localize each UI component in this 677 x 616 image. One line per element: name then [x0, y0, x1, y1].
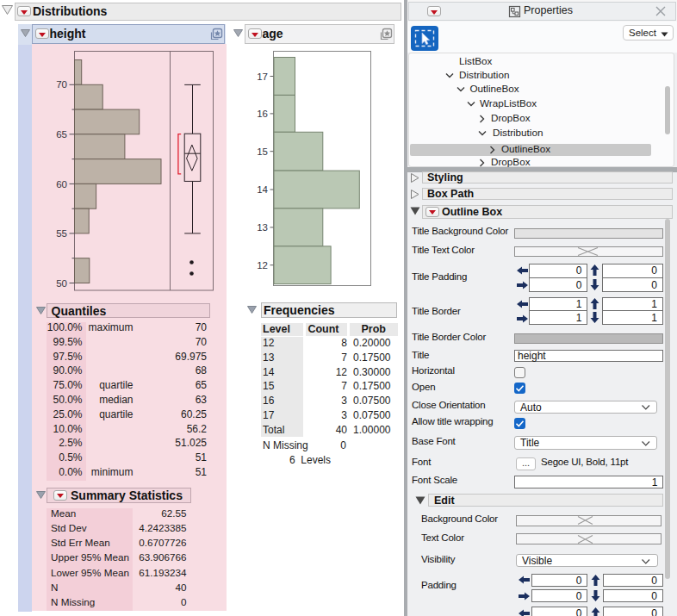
svg-text:12: 12: [257, 260, 268, 271]
svg-text:50: 50: [56, 278, 67, 289]
svg-text:17: 17: [257, 72, 268, 82]
svg-text:60: 60: [56, 179, 67, 190]
svg-text:16: 16: [257, 109, 268, 119]
svg-text:15: 15: [257, 146, 268, 157]
svg-text:65: 65: [56, 129, 67, 140]
svg-text:55: 55: [56, 228, 67, 239]
svg-text:14: 14: [257, 184, 268, 195]
svg-text:70: 70: [56, 79, 67, 90]
svg-text:13: 13: [257, 222, 268, 233]
